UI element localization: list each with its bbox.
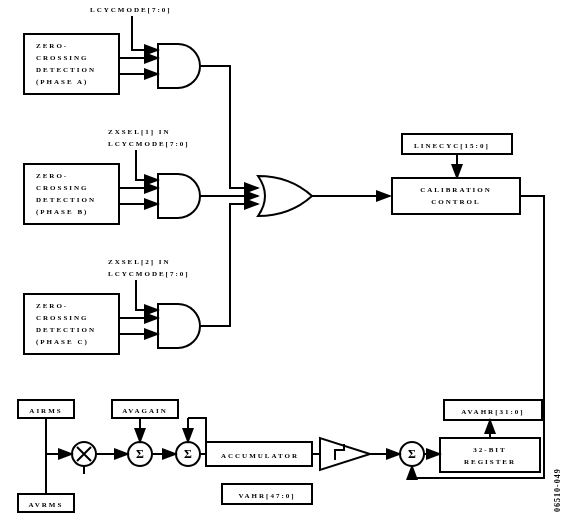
lcycmode-label: LCYCMODE[7:0] bbox=[90, 6, 172, 14]
accumulator-label: ACCUMULATOR bbox=[221, 452, 299, 460]
vahr-label: VAHR[47:0] bbox=[238, 492, 295, 500]
wire-andc-out bbox=[200, 204, 258, 326]
wire-cal-out bbox=[412, 196, 544, 478]
avrms-label: AVRMS bbox=[29, 501, 64, 509]
zxsel2-label: ZXSEL[2] INLCYCMODE[7:0] bbox=[108, 258, 190, 278]
avahr-label: AVAHR[31:0] bbox=[461, 408, 524, 416]
threshold-icon bbox=[320, 438, 370, 470]
sigma2-glyph: Σ bbox=[184, 447, 192, 461]
wire-lcycmode-a bbox=[132, 16, 158, 50]
sigma3-glyph: Σ bbox=[408, 447, 416, 461]
or-gate bbox=[258, 176, 312, 216]
zxsel1-label: ZXSEL[1] INLCYCMODE[7:0] bbox=[108, 128, 190, 148]
and-gate-c bbox=[158, 304, 200, 348]
calibration-control-box bbox=[392, 178, 520, 214]
wire-acc-top bbox=[188, 418, 206, 442]
wire-airms-in bbox=[46, 418, 72, 454]
figure-id: 06510-049 bbox=[553, 468, 562, 512]
wire-anda-out bbox=[200, 66, 258, 188]
and-gate-a bbox=[158, 44, 200, 88]
wire-zxsel2 bbox=[136, 280, 158, 310]
sigma1-glyph: Σ bbox=[136, 447, 144, 461]
reg32-box bbox=[440, 438, 540, 472]
wire-zxsel1 bbox=[136, 150, 158, 180]
linecyc-label: LINECYC[15:0] bbox=[414, 142, 490, 150]
and-gate-b bbox=[158, 174, 200, 218]
avagain-label: AVAGAIN bbox=[122, 407, 168, 415]
airms-label: AIRMS bbox=[29, 407, 62, 415]
